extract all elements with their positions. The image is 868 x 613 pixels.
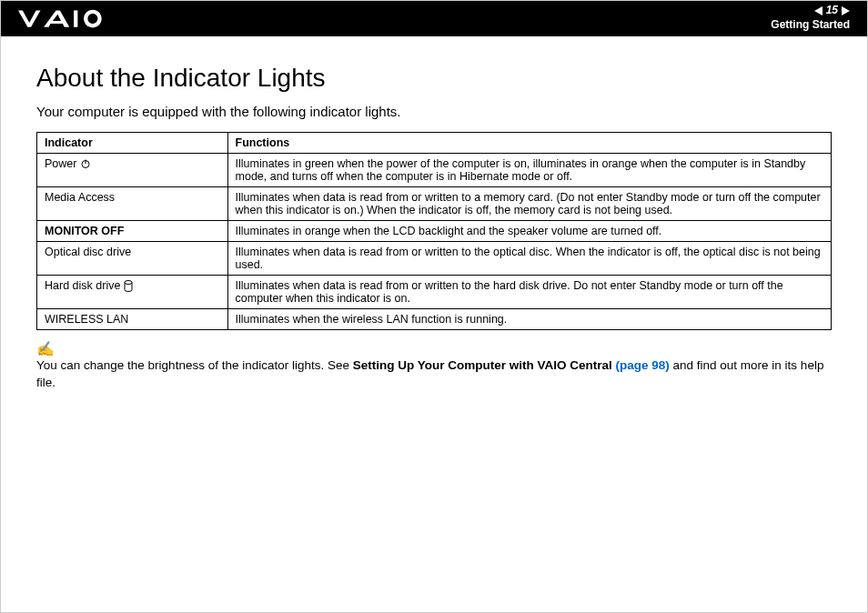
svg-point-3	[125, 280, 132, 284]
svg-rect-0	[74, 10, 77, 26]
functions-cell: Illuminates in orange when the LCD backl…	[227, 221, 831, 242]
intro-text: Your computer is equipped with the follo…	[36, 104, 832, 119]
page-content: About the Indicator Lights Your computer…	[0, 36, 868, 410]
next-page-icon[interactable]	[842, 6, 850, 15]
table-row: MONITOR OFFIlluminates in orange when th…	[37, 221, 832, 242]
indicator-cell: Hard disk drive	[37, 276, 228, 309]
functions-cell: Illuminates when data is read from or wr…	[227, 242, 831, 276]
table-row: WIRELESS LANIlluminates when the wireles…	[37, 309, 832, 330]
power-icon	[80, 158, 91, 169]
indicator-label: Power	[45, 157, 76, 170]
indicator-cell: Power	[37, 154, 228, 187]
note-page-link[interactable]: (page 98)	[616, 358, 670, 372]
table-row: PowerIlluminates in green when the power…	[37, 154, 832, 187]
indicator-label: MONITOR OFF	[45, 225, 124, 237]
table-row: Media AccessIlluminates when data is rea…	[37, 187, 832, 221]
indicator-cell: Media Access	[37, 187, 228, 221]
table-row: Optical disc driveIlluminates when data …	[37, 242, 832, 276]
th-indicator: Indicator	[37, 133, 228, 154]
indicator-label: Hard disk drive	[45, 279, 120, 292]
indicator-cell: MONITOR OFF	[37, 221, 228, 242]
indicator-table: Indicator Functions PowerIlluminates in …	[36, 132, 832, 330]
page-number: 15	[826, 4, 838, 18]
functions-cell: Illuminates when data is read from or wr…	[227, 276, 831, 309]
header-bar: 15 Getting Started	[0, 0, 868, 36]
page-title: About the Indicator Lights	[36, 64, 832, 93]
functions-cell: Illuminates when data is read from or wr…	[227, 187, 831, 221]
note-prefix: You can change the brightness of the ind…	[36, 358, 353, 372]
functions-cell: Illuminates when the wireless LAN functi…	[227, 309, 831, 330]
indicator-label: Media Access	[45, 191, 115, 204]
section-name: Getting Started	[771, 18, 850, 33]
functions-cell: Illuminates in green when the power of t…	[227, 154, 831, 187]
page-navigation: 15	[814, 4, 850, 18]
table-row: Hard disk driveIlluminates when data is …	[37, 276, 832, 309]
indicator-label: Optical disc drive	[45, 246, 131, 258]
prev-page-icon[interactable]	[814, 6, 823, 15]
th-functions: Functions	[227, 133, 831, 154]
note-icon: ✍	[36, 339, 832, 359]
header-right: 15 Getting Started	[771, 4, 850, 32]
vaio-logo	[18, 8, 107, 28]
indicator-cell: Optical disc drive	[37, 242, 228, 276]
hard-disk-icon	[124, 280, 133, 292]
note-block: ✍ You can change the brightness of the i…	[36, 339, 832, 392]
indicator-label: WIRELESS LAN	[45, 313, 128, 326]
indicator-cell: WIRELESS LAN	[37, 309, 228, 330]
note-bold: Setting Up Your Computer with VAIO Centr…	[353, 358, 616, 372]
